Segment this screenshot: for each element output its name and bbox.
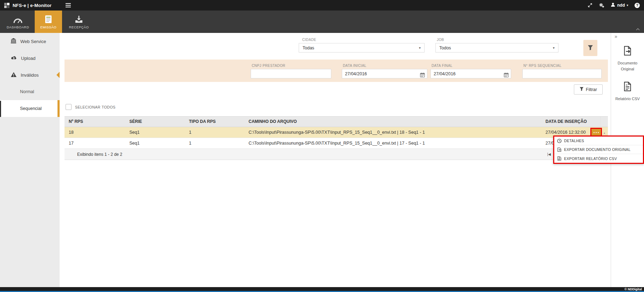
panel-collapse-icon[interactable]: »: [611, 34, 644, 39]
cell-caminho: C:\Tools\Input\Pirassununga-SP\5.00\TXT\…: [244, 127, 541, 138]
menu-item-label: EXPORTAR RELATÓRIO CSV: [564, 157, 617, 161]
filter-toggle-button[interactable]: [583, 40, 597, 56]
export-document-icon: [557, 147, 562, 152]
caret-down-icon: ▾: [626, 4, 628, 7]
sidebar-item-invalidos[interactable]: Inválidos: [0, 67, 60, 83]
settings-gears-icon[interactable]: [599, 3, 604, 8]
data-final-input[interactable]: [431, 69, 511, 78]
calendar-icon[interactable]: [420, 72, 425, 77]
filtrar-button[interactable]: Filtrar: [574, 84, 603, 95]
dashboard-gauge-icon: [13, 15, 22, 23]
menu-item-exportar-documento[interactable]: EXPORTAR DOCUMENTO ORIGINAL: [554, 145, 643, 154]
filtrar-button-label: Filtrar: [586, 87, 597, 92]
left-sidebar: Web Service Upload Inválidos Normal Sequ…: [0, 33, 60, 287]
select-all-checkbox[interactable]: [66, 104, 72, 110]
sidebar-item-label: Sequencial: [20, 106, 42, 111]
tab-recepcao[interactable]: RECEPÇÃO: [65, 11, 93, 33]
cell-num-rps: 18: [65, 127, 125, 138]
scroll-up-icon[interactable]: ▲: [603, 132, 606, 134]
select-all-label: SELECIONAR TODOS: [75, 105, 116, 109]
sidebar-item-web-service[interactable]: Web Service: [0, 33, 60, 50]
app-logo-icon: [4, 3, 9, 8]
header-serie[interactable]: SÉRIE: [125, 117, 185, 127]
top-bar: NFS-e | e-Monitor ndd ▾ ?: [0, 0, 644, 11]
cidade-select[interactable]: Todas ▾: [299, 43, 425, 53]
cell-caminho: C:\Tools\Input\Pirassununga-SP\5.00\TXT\…: [244, 138, 541, 148]
menu-item-exportar-csv[interactable]: EXPORTAR RELATÓRIO CSV: [554, 154, 643, 163]
job-label: JOB: [437, 38, 558, 42]
rps-table: Nº RPS SÉRIE TIPO DA RPS CAMINHO DO ARQU…: [65, 116, 608, 160]
relatorio-csv-label: Relatório CSV: [611, 96, 644, 102]
relatorio-csv-button[interactable]: Relatório CSV: [611, 81, 644, 102]
sidebar-item-label: Normal: [20, 89, 34, 94]
status-bar: © NDDigital: [0, 287, 644, 291]
details-clock-icon: [557, 139, 562, 143]
data-inicial-input[interactable]: [342, 69, 427, 78]
csv-export-icon: [622, 87, 633, 93]
header-tipo-rps[interactable]: TIPO DA RPS: [185, 117, 244, 127]
cell-tipo: 1: [185, 138, 244, 148]
rps-sequencial-input[interactable]: [522, 69, 602, 78]
main-content: CIDADE Todas ▾ JOB Todos ▾: [60, 33, 611, 287]
first-page-icon[interactable]: |◀: [547, 149, 551, 160]
advanced-filter-panel: CNPJ PRESTADOR DATA INICIAL DATA FINAL: [65, 60, 608, 82]
row-actions-button[interactable]: [591, 129, 601, 136]
funnel-icon: [579, 87, 584, 92]
cell-serie: Seq1: [125, 138, 185, 148]
menu-item-detalhes[interactable]: DETALHES: [554, 137, 643, 145]
data-inicial-label: DATA INICIAL: [343, 64, 427, 68]
cnpj-label: CNPJ PRESTADOR: [252, 64, 331, 68]
job-field: JOB Todos ▾: [435, 38, 558, 53]
data-inicial-field: DATA INICIAL: [342, 64, 427, 78]
caret-down-icon: ▾: [553, 46, 555, 50]
tab-recepcao-label: RECEPÇÃO: [69, 25, 89, 29]
user-name: ndd: [617, 3, 625, 8]
user-icon: [611, 2, 615, 8]
cidade-selected-value: Todas: [303, 46, 314, 50]
table-row[interactable]: 17 Seq1 1 C:\Tools\Input\Pirassununga-SP…: [65, 138, 608, 149]
document-export-icon: [622, 51, 633, 57]
header-data-insercao[interactable]: DATA DE INSERÇÃO: [541, 117, 601, 127]
recepcao-download-icon: [75, 15, 83, 23]
cloud-upload-icon: [11, 55, 17, 61]
calendar-icon[interactable]: [504, 72, 509, 77]
cnpj-input[interactable]: [251, 69, 331, 78]
app-window: NFS-e | e-Monitor ndd ▾ ? DASH: [0, 0, 644, 292]
sidebar-item-normal[interactable]: Normal: [0, 83, 60, 100]
sidebar-item-label: Web Service: [20, 39, 46, 44]
hamburger-menu-icon[interactable]: [66, 2, 71, 8]
tab-emissao[interactable]: EMISSÃO: [35, 11, 62, 33]
documento-original-button[interactable]: Documento Original: [611, 46, 644, 72]
header-caminho[interactable]: CAMINHO DO ARQUIVO: [244, 117, 541, 127]
app-title: NFS-e | e-Monitor: [13, 3, 52, 8]
sidebar-item-sequencial[interactable]: Sequencial: [0, 100, 60, 117]
fullscreen-icon[interactable]: [588, 3, 592, 8]
emissao-document-icon: [45, 15, 52, 23]
select-all-row: SELECIONAR TODOS: [66, 104, 116, 110]
tab-dashboard[interactable]: DASHBOARD: [4, 11, 32, 33]
cell-tipo: 1: [185, 127, 244, 138]
sidebar-item-label: Inválidos: [21, 72, 39, 78]
topbar-actions: ndd ▾ ?: [588, 2, 640, 8]
header-num-rps[interactable]: Nº RPS: [65, 117, 125, 127]
job-selected-value: Todos: [439, 46, 451, 50]
job-select[interactable]: Todos ▾: [435, 43, 558, 53]
menu-item-label: EXPORTAR DOCUMENTO ORIGINAL: [564, 147, 631, 152]
sidebar-scrollbar[interactable]: [0, 101, 1, 117]
data-final-field: DATA FINAL: [431, 64, 511, 78]
toolbar-collapse-icon[interactable]: [636, 28, 640, 30]
copyright-text: © NDDigital: [624, 287, 642, 291]
user-menu[interactable]: ndd ▾: [611, 2, 628, 8]
caret-down-icon: ▾: [419, 46, 421, 50]
table-footer: Exibindo itens 1 - 2 de 2 |◀: [65, 149, 608, 160]
export-csv-icon: [557, 156, 562, 161]
cidade-label: CIDADE: [302, 38, 425, 42]
sidebar-item-label: Upload: [21, 56, 35, 61]
sidebar-item-upload[interactable]: Upload: [0, 50, 60, 67]
menu-item-label: DETALHES: [564, 139, 584, 143]
help-icon[interactable]: ?: [635, 3, 640, 8]
table-row[interactable]: 18 Seq1 1 C:\Tools\Input\Pirassununga-SP…: [65, 127, 608, 138]
cell-num-rps: 17: [65, 138, 125, 148]
funnel-icon: [588, 45, 593, 51]
rps-sequencial-field: N° RPS SEQUENCIAL: [522, 64, 602, 78]
